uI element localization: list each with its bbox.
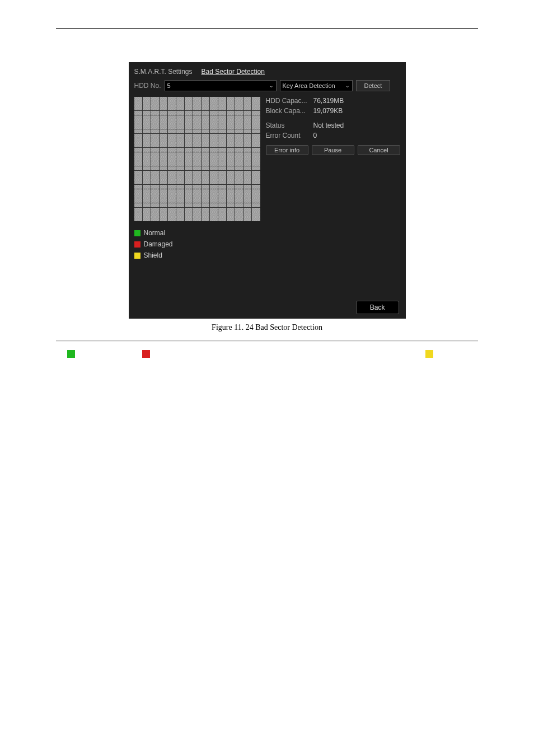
sector-cell (172, 143, 176, 147)
sector-cell (138, 161, 142, 166)
sector-cell (176, 157, 180, 161)
sector-cell (218, 129, 222, 134)
sector-cell (247, 120, 251, 124)
sector-cell (147, 134, 151, 138)
sector-cell (222, 203, 226, 208)
detection-area-select[interactable]: Key Area Detection ⌄ (280, 80, 353, 91)
error-info-button[interactable]: Error info (266, 145, 308, 155)
sector-cell (163, 203, 167, 208)
sector-cell (256, 115, 260, 120)
sector-cell (134, 129, 138, 134)
sector-cell (193, 124, 197, 129)
tab-smart-settings[interactable]: S.M.A.R.T. Settings (134, 66, 193, 78)
marker-yellow (425, 350, 433, 358)
tab-bad-sector-detection[interactable]: Bad Sector Detection (202, 66, 265, 78)
sector-cell (134, 208, 138, 212)
sector-cell (160, 152, 163, 157)
sector-cell (256, 106, 260, 110)
sector-cell (227, 129, 231, 134)
sector-cell (202, 189, 205, 194)
sector-cell (235, 217, 239, 221)
cancel-button[interactable]: Cancel (358, 145, 400, 155)
sector-cell (189, 212, 193, 217)
sector-cell (214, 148, 218, 152)
sector-cell (210, 161, 214, 166)
sector-cell (193, 198, 197, 203)
sector-cell (239, 120, 243, 124)
sector-cell (155, 185, 159, 189)
sector-cell (197, 111, 201, 115)
sector-cell (227, 120, 231, 124)
sector-cell (147, 189, 151, 194)
detection-area-value: Key Area Detection (283, 82, 335, 89)
sector-cell (202, 175, 205, 180)
sector-cell (227, 175, 231, 180)
sector-cell (193, 120, 197, 124)
sector-cell (172, 138, 176, 143)
block-capacity-label: Block Capa... (266, 107, 313, 115)
sector-cell (252, 217, 256, 221)
sector-cell (180, 208, 184, 212)
sector-cell (185, 185, 189, 189)
sector-cell (176, 124, 180, 129)
sector-cell (160, 171, 163, 175)
sector-cell (172, 157, 176, 161)
sector-cell (151, 120, 155, 124)
sector-cell (222, 189, 226, 194)
sector-cell (163, 208, 167, 212)
sector-cell (222, 143, 226, 147)
sector-cell (143, 212, 147, 217)
pause-button[interactable]: Pause (312, 145, 354, 155)
sector-cell (205, 171, 209, 175)
sector-cell (168, 106, 172, 110)
detect-button[interactable]: Detect (356, 80, 391, 91)
sector-cell (243, 171, 247, 175)
sector-cell (138, 97, 142, 101)
sector-cell (189, 152, 193, 157)
back-button[interactable]: Back (356, 301, 399, 314)
sector-cell (239, 148, 243, 152)
sector-cell (197, 148, 201, 152)
sector-cell (235, 180, 239, 184)
sector-cell (138, 203, 142, 208)
sector-cell (197, 217, 201, 221)
sector-cell (143, 157, 147, 161)
sector-cell (143, 97, 147, 101)
sector-cell (197, 120, 201, 124)
sector-cell (256, 101, 260, 106)
sector-cell (147, 111, 151, 115)
sector-cell (210, 115, 214, 120)
sector-cell (176, 171, 180, 175)
sector-cell (214, 203, 218, 208)
sector-cell (243, 217, 247, 221)
sector-cell (138, 124, 142, 129)
sector-cell (147, 106, 151, 110)
sector-cell (202, 143, 205, 147)
sector-cell (147, 194, 151, 198)
sector-cell (231, 134, 235, 138)
hdd-no-select[interactable]: 5 ⌄ (165, 80, 277, 91)
sector-cell (210, 148, 214, 152)
sector-cell (189, 143, 193, 147)
sector-cell (193, 175, 197, 180)
legend-shield-label: Shield (144, 251, 162, 259)
sector-cell (160, 124, 163, 129)
sector-cell (243, 212, 247, 217)
sector-cell (256, 203, 260, 208)
sector-cell (180, 134, 184, 138)
sector-cell (172, 198, 176, 203)
sector-cell (193, 194, 197, 198)
sector-cell (239, 212, 243, 217)
sector-cell (235, 138, 239, 143)
sector-cell (168, 111, 172, 115)
sector-cell (160, 208, 163, 212)
sector-cell (168, 180, 172, 184)
sector-cell (197, 194, 201, 198)
sector-cell (235, 203, 239, 208)
sector-cell (256, 180, 260, 184)
sector-cell (180, 115, 184, 120)
sector-cell (180, 138, 184, 143)
sector-cell (151, 217, 155, 221)
sector-cell (205, 189, 209, 194)
sector-cell (218, 97, 222, 101)
